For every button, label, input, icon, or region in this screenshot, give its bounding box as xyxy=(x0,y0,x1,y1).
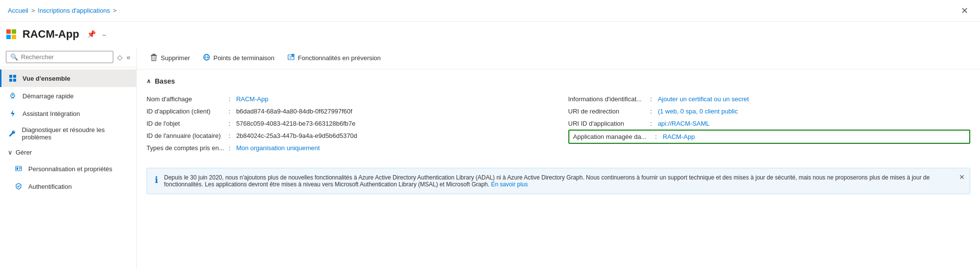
content-area: Supprimer Points de terminaison xyxy=(137,47,980,269)
breadcrumb-sep2: > xyxy=(113,7,117,14)
field-value-app-uri: api://RACM-SAML xyxy=(658,120,709,127)
fields-grid: Nom d'affichage : RACM-App ID d'applicat… xyxy=(146,93,970,154)
field-directory-id: ID de l'annuaire (locataire) : 2b84024c-… xyxy=(146,130,549,142)
field-label-account-types: Types de comptes pris en... xyxy=(146,144,225,152)
field-value-directory-id: 2b84024c-25a3-447b-9a4a-e9d5b6d5370d xyxy=(236,132,357,139)
svg-rect-10 xyxy=(17,167,18,170)
preview-button[interactable]: Fonctionnalités en préversion xyxy=(282,51,386,65)
breadcrumb-sep1: > xyxy=(31,7,35,14)
sidebar-label-auth: Authentification xyxy=(28,183,72,190)
breadcrumb: Accueil > Inscriptions d'applications > xyxy=(8,7,117,14)
field-object-id: ID de l'objet : 5768c059-4083-4218-be73-… xyxy=(146,117,549,130)
sidebar-item-diagnose[interactable]: Diagnostiquer et résoudre les problèmes xyxy=(0,122,136,145)
field-value-account-types: Mon organisation uniquement xyxy=(236,144,320,152)
svg-rect-15 xyxy=(151,55,157,56)
field-managed-app: Application managée da... : RACM-App xyxy=(568,130,971,144)
rocket-icon xyxy=(8,91,18,101)
section-title: Bases xyxy=(155,77,175,85)
svg-rect-1 xyxy=(12,29,16,34)
field-app-id: ID d'application (client) : b6dad874-68a… xyxy=(146,105,549,117)
field-value-app-id: b6dad874-68a9-4a80-84db-0f627997f60f xyxy=(236,108,353,115)
collapse-icon[interactable]: « xyxy=(126,53,130,61)
svg-rect-6 xyxy=(9,79,12,82)
svg-rect-3 xyxy=(12,35,16,39)
field-credentials: Informations d'identificat... : Ajouter … xyxy=(568,93,971,105)
credentials-link[interactable]: Ajouter un certificat ou un secret xyxy=(658,95,749,103)
delete-label: Supprimer xyxy=(161,54,190,62)
search-icon: 🔍 xyxy=(10,53,18,61)
person-icon xyxy=(14,164,23,174)
field-label-display-name: Nom d'affichage xyxy=(146,95,225,103)
sidebar-label-overview: Vue d'ensemble xyxy=(22,75,70,82)
sidebar-label-diagnose: Diagnostiquer et résoudre les problèmes xyxy=(22,126,128,141)
field-value-object-id: 5768c059-4083-4218-be73-663128b6fb7e xyxy=(236,120,355,127)
svg-point-8 xyxy=(12,94,14,96)
account-types-link[interactable]: Mon organisation uniquement xyxy=(236,144,320,152)
svg-rect-4 xyxy=(9,75,12,78)
pin-icon[interactable]: 📌 xyxy=(87,30,96,39)
field-label-app-uri: URI ID d'application xyxy=(568,120,646,127)
managed-app-link[interactable]: RACM-App xyxy=(663,133,695,140)
sidebar-icons: ◇ « xyxy=(117,53,130,61)
svg-rect-14 xyxy=(152,54,155,55)
filter-icon[interactable]: ◇ xyxy=(117,53,123,61)
svg-line-17 xyxy=(155,57,155,60)
svg-rect-2 xyxy=(6,35,11,39)
app-header-actions: 📌 ··· xyxy=(87,30,105,39)
sidebar-label-integration: Assistant Intégration xyxy=(22,110,80,117)
search-box: 🔍 xyxy=(6,51,113,63)
field-label-directory-id: ID de l'annuaire (locataire) xyxy=(146,132,225,139)
wrench-icon xyxy=(8,129,17,138)
chevron-down-icon: ∨ xyxy=(8,149,13,156)
svg-rect-0 xyxy=(6,29,11,34)
svg-rect-5 xyxy=(13,75,16,78)
lightning-icon xyxy=(8,109,18,118)
field-account-types: Types de comptes pris en... : Mon organi… xyxy=(146,142,549,154)
field-value-credentials: Ajouter un certificat ou un secret xyxy=(658,95,749,103)
group-label-manage: Gérer xyxy=(16,149,32,156)
delete-icon xyxy=(150,53,158,63)
display-name-link[interactable]: RACM-App xyxy=(236,95,269,103)
sidebar-item-personalization[interactable]: Personnalisation et propriétés xyxy=(6,160,136,178)
main-layout: 🔍 ◇ « Vue d'ensemble xyxy=(0,47,980,269)
app-title: RACM-App xyxy=(22,28,79,41)
app-uri-link[interactable]: api://RACM-SAML xyxy=(658,120,709,127)
sidebar-group-manage[interactable]: ∨ Gérer xyxy=(0,145,136,160)
redirect-uri-link[interactable]: (1 web, 0 spa, 0 client public xyxy=(658,108,738,115)
section-chevron[interactable]: ∧ xyxy=(146,78,151,85)
sidebar-label-personalization: Personnalisation et propriétés xyxy=(28,165,112,173)
preview-label: Fonctionnalités en préversion xyxy=(298,54,381,62)
field-value-redirect-uri: (1 web, 0 spa, 0 client public xyxy=(658,108,738,115)
delete-button[interactable]: Supprimer xyxy=(145,51,195,65)
shield-icon xyxy=(14,181,23,191)
sidebar-nav: Vue d'ensemble Démarrage rapide xyxy=(0,67,136,269)
search-input[interactable] xyxy=(21,53,109,61)
close-button[interactable]: ✕ xyxy=(957,3,972,18)
info-text-content: Depuis le 30 juin 2020, nous n'ajoutons … xyxy=(164,174,930,188)
info-learn-more-link[interactable]: En savoir plus xyxy=(491,181,528,188)
field-value-display-name: RACM-App xyxy=(236,95,269,103)
field-redirect-uri: URI de redirection : (1 web, 0 spa, 0 cl… xyxy=(568,105,971,117)
info-icon: ℹ xyxy=(155,175,158,185)
sidebar-item-auth[interactable]: Authentification xyxy=(6,178,136,195)
fields-right: Informations d'identificat... : Ajouter … xyxy=(568,93,971,154)
ms-logo xyxy=(6,29,17,40)
app-header: RACM-App 📌 ··· xyxy=(0,22,980,47)
field-label-object-id: ID de l'objet xyxy=(146,120,225,127)
breadcrumb-home[interactable]: Accueil xyxy=(8,7,28,14)
fields-left: Nom d'affichage : RACM-App ID d'applicat… xyxy=(146,93,549,154)
field-display-name: Nom d'affichage : RACM-App xyxy=(146,93,549,105)
info-close-button[interactable]: ✕ xyxy=(959,173,965,181)
sidebar-item-integration[interactable]: Assistant Intégration xyxy=(0,105,136,122)
field-app-uri: URI ID d'application : api://RACM-SAML xyxy=(568,117,971,130)
sidebar-label-quickstart: Démarrage rapide xyxy=(22,92,74,100)
sidebar-sub-manage: Personnalisation et propriétés Authentif… xyxy=(0,160,136,195)
endpoints-button[interactable]: Points de terminaison xyxy=(197,51,280,65)
more-icon[interactable]: ··· xyxy=(102,30,105,39)
breadcrumb-apps[interactable]: Inscriptions d'applications xyxy=(38,7,110,14)
endpoints-icon xyxy=(203,53,210,63)
sidebar-item-quickstart[interactable]: Démarrage rapide xyxy=(0,87,136,105)
sidebar-item-overview[interactable]: Vue d'ensemble xyxy=(0,69,136,87)
toolbar: Supprimer Points de terminaison xyxy=(137,47,980,69)
grid-icon xyxy=(8,73,18,83)
